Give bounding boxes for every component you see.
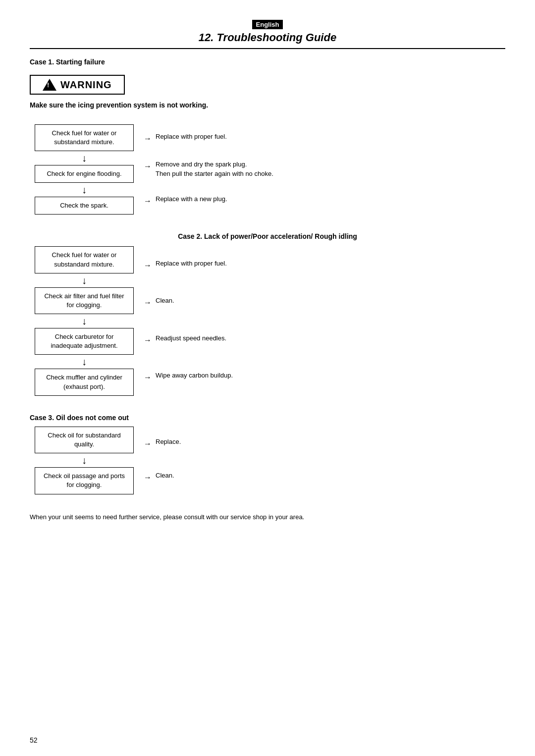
case1-flow: Check fuel for water or substandard mixt… <box>30 124 505 215</box>
case2-right-arrow-1: → <box>144 260 152 271</box>
case1-step1-box: Check fuel for water or substandard mixt… <box>35 124 134 151</box>
case3-action1-text: Replace. <box>156 437 181 447</box>
case1-step3-box: Check the spark. <box>35 197 134 215</box>
case2-flow-right: → Replace with proper fuel. → Clean. → R… <box>144 246 505 396</box>
case3-block: Case 3. Oil does not come out Check oil … <box>30 414 505 494</box>
warning-box-container: WARNING Make sure the icing prevention s… <box>30 71 505 118</box>
case3-flow: Check oil for substandard quality. ↓ Che… <box>30 427 505 494</box>
header-area: English 12. Troubleshooting Guide <box>30 20 505 49</box>
case1-step2-box: Check for engine flooding. <box>35 165 134 183</box>
case1-action3-text: Replace with a new plug. <box>156 195 227 204</box>
case1-action3: → Replace with a new plug. <box>144 193 505 209</box>
case3-right-arrow-1: → <box>144 438 152 449</box>
case3-heading: Case 3. Oil does not come out <box>30 414 505 422</box>
case3-flow-right: → Replace. → Clean. <box>144 427 505 494</box>
warning-label: WARNING <box>60 79 112 91</box>
case2-block: Case 2. Lack of power/Poor acceleration/… <box>30 232 505 396</box>
right-arrow-1: → <box>144 133 152 144</box>
language-badge: English <box>252 20 283 29</box>
case3-arrow-1: ↓ <box>82 455 87 465</box>
case2-action3-text: Readjust speed needles. <box>156 334 226 343</box>
case2-action3: → Readjust speed needles. <box>144 332 505 348</box>
case2-action4: → Wipe away carbon buildup. <box>144 369 505 385</box>
case1-block: Case 1. Starting failure WARNING Make su… <box>30 58 505 215</box>
case2-step3-box: Check carburetor for inadequate adjustme… <box>35 328 134 355</box>
case1-action1-text: Replace with proper fuel. <box>156 132 227 142</box>
case2-right-arrow-4: → <box>144 372 152 383</box>
case3-action1: → Replace. <box>144 435 505 451</box>
page-number: 52 <box>30 736 38 744</box>
case2-action1: → Replace with proper fuel. <box>144 257 505 273</box>
case2-action2-text: Clean. <box>156 296 174 306</box>
warning-icon <box>43 79 56 91</box>
case2-step2-box: Check air filter and fuel filter for clo… <box>35 287 134 314</box>
case2-arrow-2: ↓ <box>82 316 87 326</box>
case2-action2: → Clean. <box>144 294 505 310</box>
footer-note: When your unit seems to need further ser… <box>30 512 505 523</box>
case2-right-arrow-2: → <box>144 297 152 308</box>
case1-action2-text: Remove and dry the spark plug.Then pull … <box>156 160 273 179</box>
page-container: English 12. Troubleshooting Guide Case 1… <box>0 0 535 756</box>
case2-step1-box: Check fuel for water or substandard mixt… <box>35 246 134 273</box>
case3-flow-left: Check oil for substandard quality. ↓ Che… <box>30 427 139 494</box>
warning-subtitle: Make sure the icing prevention system is… <box>30 101 208 110</box>
case1-flow-right: → Replace with proper fuel. → Remove and… <box>144 124 505 215</box>
right-arrow-3: → <box>144 195 152 207</box>
case2-arrow-1: ↓ <box>82 275 87 285</box>
right-arrow-2: → <box>144 161 152 172</box>
case2-right-arrow-3: → <box>144 334 152 346</box>
case1-heading: Case 1. Starting failure <box>30 58 505 66</box>
section-title: 12. Troubleshooting Guide <box>30 31 505 49</box>
case3-right-arrow-2: → <box>144 472 152 483</box>
case2-arrow-3: ↓ <box>82 357 87 367</box>
case1-flow-left: Check fuel for water or substandard mixt… <box>30 124 139 215</box>
case2-action1-text: Replace with proper fuel. <box>156 259 227 269</box>
case3-action2: → Clean. <box>144 469 505 485</box>
case2-heading: Case 2. Lack of power/Poor acceleration/… <box>30 232 505 240</box>
case2-flow-left: Check fuel for water or substandard mixt… <box>30 246 139 396</box>
arrow-down-2: ↓ <box>82 185 87 195</box>
warning-box: WARNING <box>30 75 125 95</box>
case3-action2-text: Clean. <box>156 471 174 481</box>
case1-action1: → Replace with proper fuel. <box>144 130 505 146</box>
case2-action4-text: Wipe away carbon buildup. <box>156 371 233 380</box>
case1-action2: → Remove and dry the spark plug.Then pul… <box>144 158 505 181</box>
case2-step4-box: Check muffler and cylinder (exhaust port… <box>35 369 134 395</box>
case2-flow: Check fuel for water or substandard mixt… <box>30 246 505 396</box>
case3-step1-box: Check oil for substandard quality. <box>35 427 134 453</box>
arrow-down-1: ↓ <box>82 153 87 163</box>
case3-step2-box: Check oil passage and ports for clogging… <box>35 467 134 494</box>
